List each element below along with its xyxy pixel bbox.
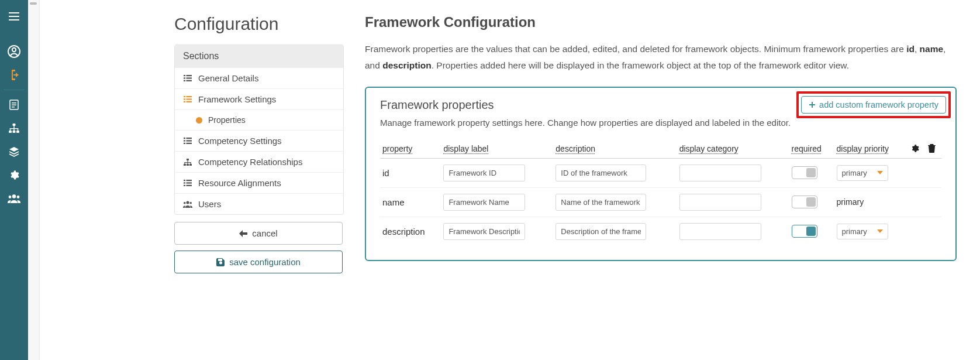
section-item-general-details[interactable]: General Details xyxy=(175,67,343,88)
save-button-label: save configuration xyxy=(229,257,301,267)
logout-icon[interactable] xyxy=(0,63,28,87)
section-item-framework-settings[interactable]: Framework Settings xyxy=(175,88,343,109)
properties-table: property display label description displ… xyxy=(380,140,941,246)
required-toggle[interactable] xyxy=(792,166,817,179)
section-label: Resource Alignments xyxy=(198,178,281,188)
priority-select[interactable]: primary xyxy=(837,224,888,239)
section-item-competency-settings[interactable]: Competency Settings xyxy=(175,130,343,151)
section-item-users[interactable]: Users xyxy=(175,193,343,214)
svg-rect-51 xyxy=(187,182,192,183)
trash-icon[interactable] xyxy=(928,144,939,153)
priority-select[interactable]: primary xyxy=(837,165,888,181)
hamburger-icon[interactable] xyxy=(0,5,28,28)
panel-title: Framework properties xyxy=(380,98,494,112)
svg-rect-33 xyxy=(184,138,185,139)
cancel-button-label: cancel xyxy=(252,228,277,238)
list-icon xyxy=(183,138,192,144)
svg-rect-47 xyxy=(190,162,191,164)
display-label-input[interactable] xyxy=(443,223,525,240)
panel-subtitle: Manage framework property settings here.… xyxy=(380,118,941,128)
chevron-down-icon xyxy=(877,171,883,174)
display-category-input[interactable] xyxy=(679,164,761,181)
required-toggle[interactable] xyxy=(792,225,817,238)
section-item-competency-relationships[interactable]: Competency Relationships xyxy=(175,151,343,172)
svg-rect-6 xyxy=(12,102,16,104)
svg-point-55 xyxy=(184,202,186,204)
app-sidebar xyxy=(0,0,28,360)
page-icon[interactable] xyxy=(0,93,28,116)
sitemap-icon xyxy=(183,159,192,166)
framework-config-description: Framework properties are the values that… xyxy=(365,41,957,74)
col-description: description xyxy=(553,140,677,159)
required-toggle[interactable] xyxy=(792,196,817,208)
layers-icon[interactable] xyxy=(0,140,28,163)
svg-rect-30 xyxy=(187,98,192,100)
arrow-left-icon xyxy=(239,230,247,237)
svg-rect-0 xyxy=(9,12,19,13)
cancel-button[interactable]: cancel xyxy=(174,222,343,245)
svg-rect-1 xyxy=(9,16,19,17)
svg-rect-48 xyxy=(184,180,185,181)
user-circle-icon[interactable] xyxy=(0,40,28,63)
framework-properties-panel: Framework properties add custom framewor… xyxy=(365,87,957,261)
col-display-category: display category xyxy=(677,140,789,159)
svg-rect-11 xyxy=(13,131,16,133)
gear-icon[interactable] xyxy=(910,144,923,153)
list-icon xyxy=(183,96,192,102)
bullet-icon xyxy=(196,117,202,124)
table-row: nameprimary xyxy=(380,187,941,217)
svg-rect-26 xyxy=(187,80,192,81)
svg-rect-15 xyxy=(10,128,11,131)
gear-icon[interactable] xyxy=(0,163,28,187)
sitemap-icon[interactable] xyxy=(0,116,28,140)
svg-point-19 xyxy=(9,196,12,198)
svg-rect-27 xyxy=(184,96,185,97)
svg-rect-21 xyxy=(184,75,185,76)
svg-point-20 xyxy=(17,196,20,198)
svg-rect-12 xyxy=(16,131,19,133)
table-row: descriptionprimary xyxy=(380,217,941,246)
svg-point-18 xyxy=(12,194,16,198)
users-icon[interactable] xyxy=(0,187,28,210)
display-label-input[interactable] xyxy=(443,194,525,211)
display-category-input[interactable] xyxy=(679,223,761,240)
svg-rect-2 xyxy=(9,19,19,20)
add-button-label: add custom framework property xyxy=(819,100,938,109)
page-title: Configuration xyxy=(174,14,344,34)
section-item-properties[interactable]: Properties xyxy=(175,109,343,130)
add-custom-property-button[interactable]: add custom framework property xyxy=(801,96,946,114)
svg-rect-41 xyxy=(187,164,189,166)
svg-rect-22 xyxy=(187,75,192,76)
svg-rect-53 xyxy=(187,185,192,186)
property-name: id xyxy=(380,158,441,187)
description-input[interactable] xyxy=(555,194,646,211)
description-input[interactable] xyxy=(555,164,646,181)
sections-header: Sections xyxy=(175,45,343,67)
svg-rect-43 xyxy=(187,160,188,162)
svg-rect-31 xyxy=(184,101,185,102)
scrollbar[interactable] xyxy=(28,0,40,360)
list-icon xyxy=(183,180,192,186)
svg-rect-28 xyxy=(187,96,192,97)
section-label: Competency Relationships xyxy=(198,157,302,167)
display-label-input[interactable] xyxy=(443,164,525,181)
description-input[interactable] xyxy=(555,223,646,240)
table-row: idprimary xyxy=(380,158,941,187)
svg-rect-45 xyxy=(184,162,185,164)
svg-point-56 xyxy=(189,202,192,204)
col-settings xyxy=(908,140,926,159)
svg-rect-17 xyxy=(18,128,18,131)
section-label: Framework Settings xyxy=(198,94,276,104)
display-category-input[interactable] xyxy=(679,194,761,211)
sections-panel: Sections General DetailsFramework Settin… xyxy=(174,44,344,215)
section-item-resource-alignments[interactable]: Resource Alignments xyxy=(175,172,343,193)
section-label: Competency Settings xyxy=(198,136,282,146)
svg-rect-24 xyxy=(187,77,192,78)
svg-rect-7 xyxy=(12,105,16,106)
save-button[interactable]: save configuration xyxy=(174,251,343,273)
svg-rect-34 xyxy=(187,138,192,139)
plus-icon xyxy=(809,101,816,108)
svg-rect-49 xyxy=(187,180,192,181)
col-delete xyxy=(926,140,941,159)
col-required: required xyxy=(789,140,834,159)
